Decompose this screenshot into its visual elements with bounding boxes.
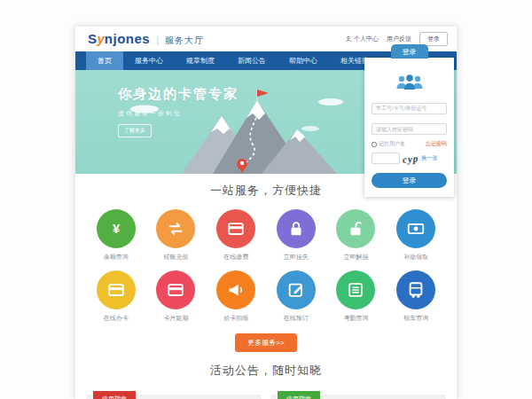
service-item-8[interactable]: 拾卡招领 — [206, 270, 266, 323]
list-icon — [336, 270, 375, 309]
hero-cta-button[interactable]: 了解更多 — [118, 124, 152, 137]
activity-title: 活动公告，随时知晓 — [75, 363, 457, 379]
service-label: 在线预订 — [284, 314, 309, 323]
logo-text-suffix: njones — [105, 31, 150, 46]
card-icon — [156, 270, 195, 309]
guide-panel-left: 使用指南 最新公告 更多>> — [86, 395, 262, 399]
lock-icon — [277, 209, 316, 248]
service-label: 立即挂失 — [284, 253, 309, 262]
nav-item-4[interactable]: 帮助中心 — [278, 51, 329, 70]
left-ribbon-tab[interactable]: 使用指南 — [93, 391, 136, 399]
nav-item-3[interactable]: 新闻公告 — [226, 51, 278, 70]
banknote-icon — [396, 209, 435, 248]
service-item-11[interactable]: 校车查询 — [386, 270, 446, 323]
hero-subtitle: 提供服务一步到位 — [118, 109, 239, 118]
svg-text:¥: ¥ — [113, 222, 121, 236]
service-item-9[interactable]: 在线预订 — [266, 270, 326, 323]
login-submit-button[interactable]: 登录 — [372, 173, 447, 188]
logo-divider: | — [156, 35, 159, 45]
card-icon — [216, 209, 255, 248]
service-label: 补助领取 — [403, 253, 428, 262]
service-label: 校车查询 — [403, 314, 428, 323]
right-ribbon-tab[interactable]: 使用指南 — [278, 391, 320, 399]
service-item-0[interactable]: ¥余额查询 — [86, 209, 146, 262]
service-item-4[interactable]: 立即解挂 — [326, 209, 387, 262]
users-group-icon — [372, 74, 447, 91]
logo-accent-letter: y — [98, 31, 105, 46]
remember-checkbox[interactable] — [372, 142, 377, 147]
password-input[interactable] — [372, 123, 447, 135]
service-label: 在线缴费 — [223, 253, 248, 262]
refresh-captcha-link[interactable]: 换一张 — [421, 154, 437, 162]
service-label: 立即解挂 — [343, 253, 368, 262]
remember-label: 记住用户名 — [379, 140, 405, 148]
service-item-10[interactable]: 考勤查询 — [326, 270, 387, 323]
user-feedback-label: 用户反馈 — [387, 35, 411, 43]
hero-title: 你身边的卡管专家 — [118, 86, 239, 103]
account-input[interactable] — [372, 103, 447, 114]
service-item-7[interactable]: 卡片延期 — [146, 270, 207, 323]
guide-panel-right: 使用指南 更多>> — [270, 395, 446, 399]
captcha-image[interactable]: cyp — [403, 153, 419, 164]
service-label: 在线办卡 — [104, 314, 129, 323]
page: S y njones | 服务大厅 个人中心 用户反馈 登录 首页服务中心规章制… — [75, 27, 457, 399]
unlock-icon — [336, 209, 375, 248]
hero-banner: 你身边的卡管专家 提供服务一步到位 了解更多 登录 记住用户名 忘记密码 — [75, 70, 457, 174]
captcha-input[interactable] — [372, 153, 400, 164]
service-item-3[interactable]: 立即挂失 — [266, 209, 326, 262]
logo[interactable]: S y njones | 服务大厅 — [88, 31, 204, 47]
service-item-1[interactable]: 转账充值 — [146, 209, 207, 262]
nav-item-2[interactable]: 规章制度 — [175, 51, 226, 70]
hero-copy: 你身边的卡管专家 提供服务一步到位 了解更多 — [118, 86, 239, 137]
login-tab[interactable]: 登录 — [391, 44, 428, 59]
logo-subtitle: 服务大厅 — [165, 35, 204, 47]
service-label: 卡片延期 — [163, 314, 188, 323]
activity-section: 活动公告，随时知晓 使用指南 最新公告 更多>> 使用指南 更多>> — [75, 363, 457, 399]
service-item-6[interactable]: 在线办卡 — [86, 270, 146, 323]
more-services-button[interactable]: 更多服务>> — [235, 333, 296, 352]
service-label: 考勤查询 — [343, 314, 368, 323]
service-item-2[interactable]: 在线缴费 — [206, 209, 266, 262]
forgot-password-link[interactable]: 忘记密码 — [426, 140, 447, 148]
service-label: 转账充值 — [163, 253, 188, 262]
nav-item-0[interactable]: 首页 — [86, 51, 123, 70]
personal-center-link[interactable]: 个人中心 — [345, 35, 379, 43]
user-icon — [345, 35, 352, 43]
service-label: 拾卡招领 — [223, 314, 248, 323]
services-grid: ¥余额查询转账充值在线缴费立即挂失立即解挂补助领取在线办卡卡片延期拾卡招领在线预… — [75, 199, 457, 323]
service-item-5[interactable]: 补助领取 — [386, 209, 446, 262]
service-label: 余额查询 — [104, 253, 129, 262]
transfer-icon — [156, 209, 195, 248]
services-section: 一站服务，方便快捷 ¥余额查询转账充值在线缴费立即挂失立即解挂补助领取在线办卡卡… — [75, 174, 457, 352]
nav-item-1[interactable]: 服务中心 — [123, 51, 175, 70]
user-feedback-link[interactable]: 用户反馈 — [387, 35, 411, 43]
card-icon — [97, 270, 136, 309]
login-panel: 登录 记住用户名 忘记密码 cyp 换一张 登录 — [364, 58, 454, 197]
logo-text-prefix: S — [88, 31, 98, 46]
personal-center-label: 个人中心 — [354, 35, 379, 43]
edit-icon — [277, 270, 316, 309]
yen-icon: ¥ — [97, 209, 136, 248]
bus-icon — [396, 270, 435, 309]
megaphone-icon — [216, 270, 255, 309]
